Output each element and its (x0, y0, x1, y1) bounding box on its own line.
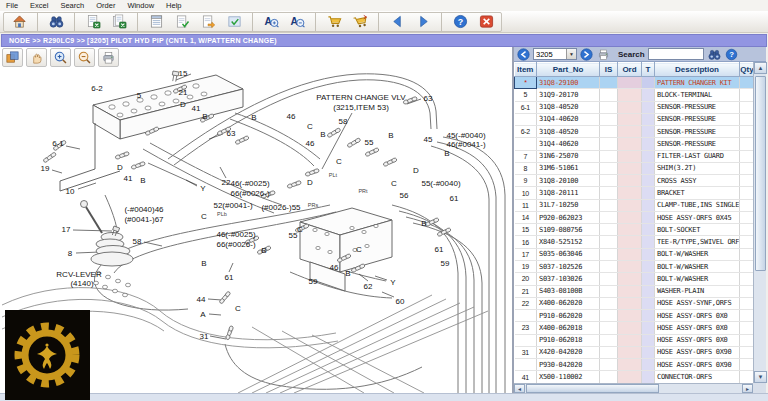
table-row[interactable]: *31Q8-29100PATTERN CHANGER KIT (515, 77, 754, 89)
print-icon (101, 50, 116, 65)
table-row[interactable]: 19S037-102526BOLT-W/WASHER (515, 260, 754, 272)
cell-part: X400-062020 (537, 297, 600, 309)
cell-is (600, 260, 618, 272)
cell-ord (618, 89, 642, 101)
cart-add-button[interactable] (315, 13, 347, 31)
table-row[interactable]: 15S109-080756BOLT-SOCKET (515, 224, 754, 236)
table-row[interactable]: 6-131Q8-40520SENSOR-PRESSURE (515, 101, 754, 113)
table-row[interactable]: 21S403-08100BWASHER-PLAIN (515, 285, 754, 297)
table-row[interactable]: 1131L7-10250CLAMP-TUBE,INS SINGLE (515, 199, 754, 211)
cell-t (642, 113, 655, 125)
parts-list-button[interactable] (137, 13, 169, 31)
scroll-left-button[interactable]: ◂ (514, 384, 525, 393)
panel-help-button[interactable] (725, 48, 738, 61)
table-row[interactable]: P910-062020HOSE ASSY-ORFS 0X0 (515, 310, 754, 322)
table-row[interactable]: P930-042020HOSE ASSY-ORFS 0X90 (515, 359, 754, 371)
search-go-button[interactable] (707, 48, 722, 61)
font-zoom-out-button[interactable] (284, 13, 310, 31)
menu-order[interactable]: Order (96, 1, 115, 10)
scroll-up-button[interactable]: ▲ (754, 62, 767, 74)
export-excel-all-button[interactable] (106, 13, 132, 31)
cell-part: P910-062020 (537, 310, 600, 322)
cell-is (600, 236, 618, 248)
menu-excel[interactable]: Excel (30, 1, 48, 10)
table-row[interactable]: 831M6-51061SHIM(3.2T) (515, 162, 754, 174)
cell-is (600, 138, 618, 150)
scroll-right-button[interactable]: ▸ (742, 384, 753, 393)
nav-back-button[interactable] (378, 13, 410, 31)
doc-export-button[interactable] (195, 13, 221, 31)
table-row[interactable]: 14P920-062023HOSE ASSY-ORFS 0X45 (515, 211, 754, 223)
cell-ord (618, 175, 642, 187)
home-button[interactable] (6, 13, 32, 31)
group-back-button[interactable] (517, 48, 530, 61)
table-row[interactable]: 531Q9-20170BLOCK-TERMINAL (515, 89, 754, 101)
vertical-scrollbar[interactable]: ▲ ▼ (753, 62, 766, 383)
cell-qty (740, 371, 754, 383)
close-button[interactable] (473, 13, 499, 31)
font-zoom-in-button[interactable] (252, 13, 284, 31)
export-excel-button[interactable] (74, 13, 106, 31)
chevron-down-icon[interactable]: ▼ (566, 49, 576, 59)
table-row[interactable]: 31Q4-40620SENSOR-PRESSURE (515, 113, 754, 125)
table-row[interactable]: 31X420-042020HOSE ASSY-ORFS 0X90 (515, 346, 754, 358)
cart-order-button[interactable] (347, 13, 373, 31)
table-row[interactable]: 22X400-062020HOSE ASSY-SYNF,ORFS (515, 297, 754, 309)
zoom-out-button[interactable] (74, 48, 95, 67)
help-button[interactable] (441, 13, 473, 31)
horizontal-scrollbar[interactable]: ◂ ▸ (514, 383, 753, 393)
zoom-in-button[interactable] (50, 48, 71, 67)
table-row[interactable]: 6-231Q8-40520SENSOR-PRESSURE (515, 126, 754, 138)
cart-add-icon (327, 14, 342, 29)
cell-part: 31Q8-29100 (537, 77, 600, 89)
cell-ord (618, 150, 642, 162)
cell-desc: PATTERN CHANGER KIT (655, 77, 740, 89)
scroll-down-button[interactable]: ▼ (754, 371, 767, 383)
menu-search[interactable]: Search (60, 1, 84, 10)
table-row[interactable]: 17S035-063046BOLT-W/WASHER (515, 248, 754, 260)
table-row[interactable]: 31Q4-40620SENSOR-PRESSURE (515, 138, 754, 150)
print-button[interactable] (98, 48, 119, 67)
menu-file[interactable]: File (6, 1, 18, 10)
menu-help[interactable]: Help (166, 1, 181, 10)
table-row[interactable]: 1031Q8-20111BRACKET (515, 187, 754, 199)
column-header-description[interactable]: Description (655, 63, 740, 77)
cell-qty (740, 359, 754, 371)
pan-hand-button[interactable] (26, 48, 47, 67)
table-row[interactable]: P910-062018HOSE ASSY-ORFS 0X0 (515, 334, 754, 346)
print-list-button[interactable] (596, 48, 611, 61)
column-header-ord[interactable]: Ord (618, 63, 642, 77)
vertical-scroll-thumb[interactable] (755, 76, 766, 271)
cell-qty (740, 334, 754, 346)
table-row[interactable]: 731N6-25070FILTER-LAST GUARD (515, 150, 754, 162)
menu-window[interactable]: Window (127, 1, 154, 10)
table-row[interactable]: 20S037-103026BOLT-W/WASHER (515, 273, 754, 285)
cell-qty (740, 248, 754, 260)
column-header-qty[interactable]: Qty (740, 63, 754, 77)
column-header-item[interactable]: Item (515, 63, 537, 77)
table-row[interactable]: 931Q8-20100CROSS ASSY (515, 175, 754, 187)
column-header-is[interactable]: IS (600, 63, 618, 77)
cell-ord (618, 359, 642, 371)
fit-view-button[interactable] (2, 48, 23, 67)
panel-check-button[interactable] (221, 13, 247, 31)
nav-forward-button[interactable] (410, 13, 436, 31)
export-excel-all-icon (112, 14, 127, 29)
cell-item: 17 (515, 248, 537, 260)
group-select[interactable]: 3205 ▼ (533, 48, 577, 60)
group-forward-button[interactable] (580, 48, 593, 61)
column-header-part_no[interactable]: Part_No (537, 63, 600, 77)
cell-item: 20 (515, 273, 537, 285)
cell-t (642, 334, 655, 346)
search-button[interactable] (37, 13, 69, 31)
cell-ord (618, 113, 642, 125)
cell-item: 22 (515, 297, 537, 309)
table-row[interactable]: 23X400-062018HOSE ASSY-ORFS 0X0 (515, 322, 754, 334)
horizontal-scroll-thumb[interactable] (526, 384, 659, 393)
cell-is (600, 77, 618, 89)
table-row[interactable]: 41X500-110002CONNECTOR-ORFS (515, 371, 754, 383)
column-header-t[interactable]: T (642, 63, 655, 77)
table-row[interactable]: 16X840-525152TEE-R/TYPE,SWIVEL ORFS (515, 236, 754, 248)
doc-check-button[interactable] (169, 13, 195, 31)
search-input[interactable] (648, 48, 704, 60)
